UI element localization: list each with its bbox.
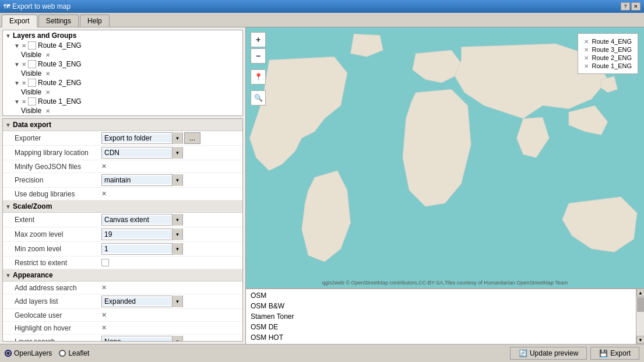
location-button[interactable]: 📍 — [251, 69, 266, 85]
add-layers-list-row: Add layers list Expanded ▼ — [3, 294, 242, 309]
highlight-hover-label: Highlight on hover — [5, 324, 101, 332]
basemap-osm[interactable]: OSM — [246, 290, 636, 301]
scale-zoom-header[interactable]: ▼ Scale/Zoom — [3, 201, 242, 213]
export-button[interactable]: 💾 Export — [590, 347, 639, 360]
data-export-header[interactable]: ▼ Data export — [3, 119, 242, 131]
basemaps-scroll-down[interactable]: ▼ — [636, 336, 644, 344]
close-button[interactable]: ✕ — [631, 2, 641, 10]
zoom-in-button[interactable]: + — [251, 32, 266, 47]
restrict-extent-checkbox[interactable] — [101, 259, 109, 266]
tab-help[interactable]: Help — [80, 15, 110, 27]
precision-dropdown-arrow[interactable]: ▼ — [172, 174, 182, 186]
zoom-out-button[interactable]: − — [251, 48, 266, 64]
max-zoom-row: Max zoom level 19 ▼ — [3, 227, 242, 242]
min-zoom-dropdown-text: 1 — [102, 245, 172, 253]
add-layers-list-dropdown-arrow[interactable]: ▼ — [172, 296, 182, 307]
action-buttons: 🔄 Update preview 💾 Export — [510, 347, 639, 360]
radio-leaflet-label: Leaflet — [68, 349, 89, 357]
title-text: Export to web map — [12, 2, 71, 10]
radio-leaflet[interactable]: Leaflet — [59, 349, 89, 357]
exporter-value: Export to folder ▼ ... — [101, 132, 240, 144]
min-zoom-value: 1 ▼ — [101, 243, 240, 255]
extent-dropdown-arrow[interactable]: ▼ — [172, 214, 182, 226]
max-zoom-dropdown[interactable]: 19 ▼ — [101, 229, 183, 240]
tab-export[interactable]: Export — [2, 15, 37, 27]
exporter-browse-button[interactable]: ... — [184, 132, 200, 144]
extent-value: Canvas extent ▼ — [101, 214, 240, 226]
basemaps-scroll-track — [636, 297, 644, 336]
debug-libraries-check[interactable]: ✕ — [101, 190, 107, 198]
layer-checkbox-route4[interactable]: ✕ — [22, 43, 26, 49]
layer-checkbox-route3[interactable]: ✕ — [22, 61, 26, 68]
basemap-osm-hot[interactable]: OSM HOT — [246, 332, 636, 343]
layers-groups-header[interactable]: ▼ Layers and Groups — [3, 30, 242, 41]
exporter-label: Exporter — [5, 134, 101, 142]
legend-item-route1: ✕ Route 1_ENG — [584, 62, 632, 70]
layer-search-dropdown-arrow[interactable]: ▼ — [172, 336, 182, 341]
visible-check-route3[interactable]: ✕ — [45, 71, 50, 77]
basemaps-scroll-up[interactable]: ▲ — [636, 289, 644, 297]
radio-openlayers[interactable]: OpenLayers — [5, 349, 52, 357]
tab-settings[interactable]: Settings — [38, 15, 79, 27]
debug-libraries-value: ✕ — [101, 190, 240, 198]
layer-search-value: None ▼ — [101, 336, 240, 341]
expand-icon: ▼ — [5, 203, 11, 210]
update-preview-button[interactable]: 🔄 Update preview — [510, 347, 587, 360]
basemaps-scrollbar: ▲ ▼ — [636, 289, 644, 344]
legend-item-route4: ✕ Route 4_ENG — [584, 37, 632, 45]
layer-name-route1: Route 1_ENG — [38, 97, 82, 106]
visible-check-route1[interactable]: ✕ — [45, 108, 50, 114]
add-address-search-label: Add address search — [5, 284, 101, 292]
help-button[interactable]: ? — [621, 2, 630, 10]
right-panel: + − 📍 🔍 ✕ Route 4_ENG ✕ Route 3_ENG — [246, 27, 644, 344]
legend-x-route2: ✕ — [584, 55, 589, 61]
layer-route1-visible: Visible ✕ — [3, 106, 242, 115]
legend-label-route2: Route 2_ENG — [592, 54, 632, 61]
exporter-dropdown-arrow[interactable]: ▼ — [172, 132, 182, 144]
exporter-dropdown[interactable]: Export to folder ▼ — [101, 132, 183, 144]
app-icon: 🗺 — [3, 3, 10, 10]
layer-search-dropdown-text: None — [102, 338, 172, 341]
layer-search-dropdown[interactable]: None ▼ — [101, 336, 183, 341]
add-address-search-check[interactable]: ✕ — [101, 284, 107, 291]
mapping-library-dropdown-text: CDN — [102, 149, 172, 157]
add-layers-list-dropdown[interactable]: Expanded ▼ — [101, 296, 183, 307]
radio-dot-leaflet — [59, 350, 66, 357]
search-button[interactable]: 🔍 — [251, 90, 266, 106]
min-zoom-dropdown[interactable]: 1 ▼ — [101, 243, 183, 255]
appearance-header[interactable]: ▼ Appearance — [3, 269, 242, 282]
basemap-stamen-toner[interactable]: Stamen Toner — [246, 311, 636, 322]
main-container: Export Settings Help ▼ Layers and Groups… — [0, 13, 644, 362]
visible-check-route4[interactable]: ✕ — [45, 52, 50, 58]
highlight-hover-value: ✕ — [101, 324, 240, 332]
export-icon: 💾 — [599, 349, 608, 357]
left-panel: ▼ Layers and Groups ▼ ✕ Route 4_ENG Visi… — [0, 27, 246, 344]
minify-geojson-label: Minify GeoJSON files — [5, 163, 101, 171]
basemap-osm-de[interactable]: OSM DE — [246, 322, 636, 332]
extent-dropdown-text: Canvas extent — [102, 216, 172, 224]
layer-icon-route4 — [28, 41, 36, 50]
layer-checkbox-route2[interactable]: ✕ — [22, 80, 26, 86]
mapping-library-dropdown[interactable]: CDN ▼ — [101, 147, 183, 159]
layer-checkbox-route1[interactable]: ✕ — [22, 99, 26, 105]
add-address-search-row: Add address search ✕ — [3, 282, 242, 294]
basemap-osm-bw[interactable]: OSM B&W — [246, 301, 636, 311]
layers-section: ▼ Layers and Groups ▼ ✕ Route 4_ENG Visi… — [2, 30, 243, 116]
legend-label-route3: Route 3_ENG — [592, 46, 632, 53]
precision-dropdown[interactable]: maintain ▼ — [101, 174, 183, 186]
max-zoom-dropdown-arrow[interactable]: ▼ — [172, 229, 182, 240]
title-bar-buttons: ? ✕ — [621, 2, 641, 10]
geolocate-user-check[interactable]: ✕ — [101, 311, 107, 319]
basemaps-scroll-thumb — [637, 297, 644, 312]
settings-scroll[interactable]: ▼ Data export Exporter Export to folder … — [3, 119, 242, 341]
mapping-library-dropdown-arrow[interactable]: ▼ — [172, 147, 182, 159]
visible-check-route2[interactable]: ✕ — [45, 89, 50, 96]
layer-name-route2: Route 2_ENG — [38, 79, 82, 87]
highlight-hover-check[interactable]: ✕ — [101, 324, 107, 332]
expand-icon: ▼ — [14, 43, 20, 49]
extent-dropdown[interactable]: Canvas extent ▼ — [101, 214, 183, 226]
minify-geojson-check[interactable]: ✕ — [101, 163, 107, 170]
visible-label-route4: Visible — [21, 51, 41, 59]
layer-search-row: Layer search None ▼ — [3, 335, 242, 341]
min-zoom-dropdown-arrow[interactable]: ▼ — [172, 243, 182, 255]
